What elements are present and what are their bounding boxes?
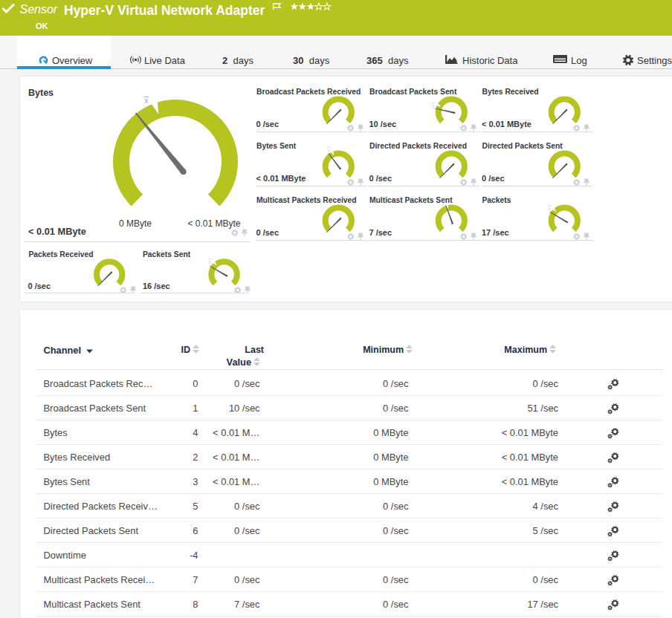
svg-text:x: x	[209, 259, 212, 264]
svg-text:x: x	[144, 97, 148, 105]
svg-text:x: x	[548, 206, 551, 212]
svg-text:x: x	[442, 201, 445, 206]
svg-text:x: x	[432, 103, 435, 108]
svg-text:x: x	[327, 148, 330, 153]
